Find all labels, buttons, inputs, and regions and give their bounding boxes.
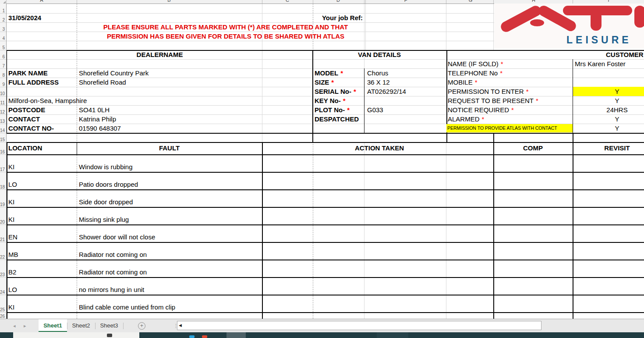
row-number-10[interactable]: 10 bbox=[0, 87, 5, 96]
horizontal-scrollbar[interactable]: ◀ bbox=[177, 321, 541, 330]
fault-row-1-fault[interactable]: Patio doors dropped bbox=[79, 172, 138, 189]
border-v bbox=[493, 133, 494, 319]
customer-row-2-value[interactable] bbox=[573, 78, 644, 87]
row-number-25[interactable]: 25 bbox=[0, 295, 5, 312]
row-number-23[interactable]: 23 bbox=[0, 260, 5, 277]
row-number-13[interactable]: 13 bbox=[0, 114, 5, 124]
row-number-8[interactable]: 8 bbox=[0, 68, 5, 78]
fault-row-4-location[interactable]: EN bbox=[8, 224, 18, 242]
tab-sheet3[interactable]: Sheet3 bbox=[95, 319, 123, 332]
fault-row-8-fault[interactable]: Blind cable come untied from clip bbox=[79, 295, 175, 312]
column-letter-B[interactable]: B bbox=[160, 0, 178, 3]
taskbar-active-app-segment[interactable] bbox=[226, 332, 246, 338]
row-number-20[interactable]: 20 bbox=[0, 207, 5, 224]
fault-row-2-fault[interactable]: Side door dropped bbox=[79, 189, 133, 207]
fault-row-3-fault[interactable]: Missing sink plug bbox=[79, 207, 129, 224]
row-number-4[interactable]: 4 bbox=[0, 32, 5, 41]
row-header-gutter[interactable]: 1234567891011121314151617181920212223242… bbox=[0, 4, 7, 319]
address-line2-value[interactable]: Milford-on-Sea, Hampshire bbox=[8, 96, 87, 105]
row-number-26[interactable]: 26 bbox=[0, 312, 5, 319]
column-letter-A[interactable]: A bbox=[33, 0, 50, 3]
contact-value[interactable]: Katrina Philp bbox=[79, 114, 116, 124]
scroll-left-icon[interactable]: ◀ bbox=[179, 323, 182, 328]
van-row-3-value[interactable] bbox=[367, 96, 444, 105]
row-number-5[interactable]: 5 bbox=[0, 41, 5, 50]
customer-row-3-label: PERMISSION TO ENTER* bbox=[448, 87, 529, 96]
column-letter-H[interactable]: H bbox=[525, 0, 542, 3]
column-letter-I[interactable]: I bbox=[600, 0, 617, 3]
fault-row-8-location[interactable]: KI bbox=[8, 295, 14, 312]
van-row-2-value[interactable]: AT026292/14 bbox=[367, 87, 444, 96]
fault-row-6-location[interactable]: B2 bbox=[8, 260, 16, 277]
fault-row-7-location[interactable]: LO bbox=[8, 277, 17, 295]
row-number-11[interactable]: 11 bbox=[0, 96, 5, 105]
row-number-21[interactable]: 21 bbox=[0, 224, 5, 242]
taskbar-window-preview[interactable] bbox=[13, 332, 139, 338]
row-number-17[interactable]: 17 bbox=[0, 154, 5, 172]
customer-row-5-label: NOTICE REQUIRED* bbox=[448, 105, 514, 114]
border-h bbox=[6, 133, 644, 134]
required-asterisk: * bbox=[511, 106, 514, 114]
full-address-value[interactable]: Shorefield Road bbox=[79, 78, 126, 87]
column-tick bbox=[77, 0, 77, 4]
van-row-1-value[interactable]: 36 X 12 bbox=[367, 78, 444, 87]
customer-row-0-value[interactable]: Mrs Karen Foster bbox=[575, 59, 626, 68]
fault-row-5-fault[interactable]: Radiator not coming on bbox=[79, 242, 147, 260]
date-cell[interactable]: 31/05/2024 bbox=[8, 13, 41, 22]
column-letter-G[interactable]: G bbox=[462, 0, 479, 3]
fault-row-4-fault[interactable]: Shower door will not close bbox=[79, 224, 155, 242]
row-number-7[interactable]: 7 bbox=[0, 59, 5, 68]
next-sheet-icon[interactable]: ▸ bbox=[24, 319, 26, 333]
fault-row-0-location[interactable]: KI bbox=[8, 154, 14, 172]
van-row-5-value[interactable] bbox=[367, 114, 444, 124]
row-number-22[interactable]: 22 bbox=[0, 242, 5, 260]
customer-row-5-value[interactable]: 24HRS bbox=[573, 105, 644, 114]
row-number-14[interactable]: 14 bbox=[0, 124, 5, 133]
customer-row-4-value[interactable]: Y bbox=[573, 96, 644, 105]
fault-row-2-location[interactable]: KI bbox=[8, 189, 14, 207]
row-number-9[interactable]: 9 bbox=[0, 78, 5, 87]
fault-row-0-fault[interactable]: Window is rubbing bbox=[79, 154, 133, 172]
fault-row-5-location[interactable]: MB bbox=[8, 242, 18, 260]
column-letter-D[interactable]: D bbox=[329, 0, 347, 3]
row-number-19[interactable]: 19 bbox=[0, 189, 5, 207]
customer-row-7-value[interactable]: Y bbox=[573, 124, 644, 133]
row-number-18[interactable]: 18 bbox=[0, 172, 5, 189]
job-ref-label[interactable]: Your job Ref: bbox=[313, 13, 363, 22]
taskbar-app-icon[interactable] bbox=[107, 334, 112, 337]
row-number-15[interactable]: 15 bbox=[0, 133, 5, 142]
taskbar-tray-segment[interactable] bbox=[377, 332, 408, 338]
fault-row-7-fault[interactable]: no mirrors hung in unit bbox=[79, 277, 144, 295]
row-number-2[interactable]: 2 bbox=[0, 13, 5, 22]
prev-sheet-icon[interactable]: ◂ bbox=[13, 319, 16, 333]
customer-row-1-value[interactable] bbox=[573, 68, 644, 78]
row-number-16[interactable]: 16 bbox=[0, 142, 5, 154]
fault-row-3-location[interactable]: KI bbox=[8, 207, 14, 224]
van-row-4-value[interactable]: G033 bbox=[367, 105, 444, 114]
fault-row-6-fault[interactable]: Radiator not coming on bbox=[79, 260, 147, 277]
row-number-3[interactable]: 3 bbox=[0, 22, 5, 32]
van-row-0-value[interactable]: Chorus bbox=[367, 68, 444, 78]
row-number-24[interactable]: 24 bbox=[0, 277, 5, 295]
column-letter-F[interactable]: F bbox=[397, 0, 414, 3]
taskbar-blue-app-icon[interactable] bbox=[189, 335, 195, 338]
tab-sheet1[interactable]: Sheet1 bbox=[39, 319, 67, 332]
row-number-6[interactable]: 6 bbox=[0, 50, 5, 59]
taskbar-red-app-icon[interactable] bbox=[202, 335, 207, 338]
fault-row-1-location[interactable]: LO bbox=[8, 172, 17, 189]
customer-row-5-label-text: NOTICE REQUIRED bbox=[448, 106, 509, 114]
van-row-1-label-text: SIZE bbox=[315, 78, 329, 86]
column-letter-C[interactable]: C bbox=[279, 0, 296, 3]
row-number-1[interactable]: 1 bbox=[0, 4, 5, 13]
new-sheet-button[interactable]: + bbox=[138, 322, 145, 330]
tab-sheet2[interactable]: Sheet2 bbox=[67, 319, 95, 332]
contact-no-value[interactable]: 01590 648307 bbox=[79, 124, 121, 133]
customer-row-0-label-text: NAME (IF SOLD) bbox=[448, 60, 499, 68]
windows-taskbar[interactable] bbox=[0, 332, 644, 338]
van-section-title: VAN DETAILS bbox=[313, 50, 446, 59]
park-name-value[interactable]: Shorefield Country Park bbox=[79, 68, 149, 78]
customer-row-3-value[interactable]: Y bbox=[573, 87, 644, 96]
row-number-12[interactable]: 12 bbox=[0, 105, 5, 114]
customer-row-6-value[interactable]: Y bbox=[573, 114, 644, 124]
postcode-value[interactable]: SO41 0LH bbox=[79, 105, 110, 114]
